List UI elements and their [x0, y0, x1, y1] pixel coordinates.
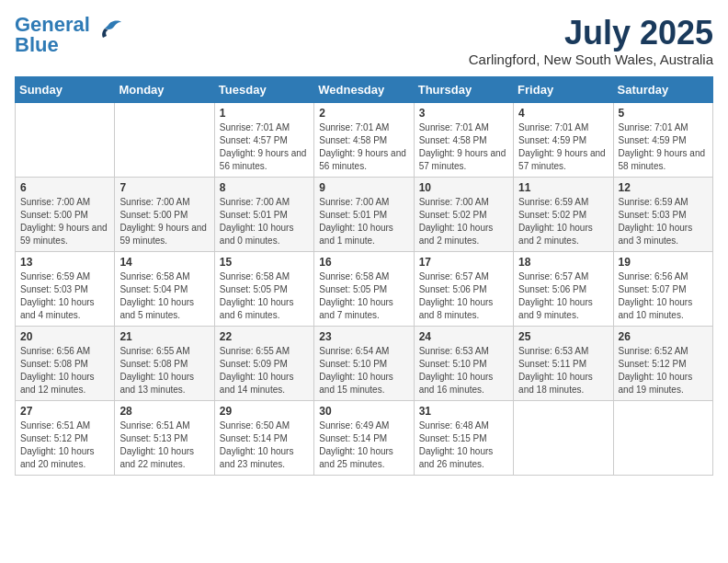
- calendar-cell: 3Sunrise: 7:01 AMSunset: 4:58 PMDaylight…: [414, 102, 513, 177]
- day-number: 17: [419, 256, 508, 269]
- day-info: Sunrise: 6:55 AMSunset: 5:08 PMDaylight:…: [119, 345, 209, 396]
- calendar-cell: 1Sunrise: 7:01 AMSunset: 4:57 PMDaylight…: [214, 102, 313, 177]
- day-number: 7: [119, 181, 209, 194]
- calendar-cell: 14Sunrise: 6:58 AMSunset: 5:04 PMDayligh…: [115, 251, 214, 326]
- day-number: 23: [319, 330, 408, 343]
- calendar-cell: [514, 400, 613, 475]
- calendar-cell: 31Sunrise: 6:48 AMSunset: 5:15 PMDayligh…: [414, 400, 513, 475]
- calendar-cell: 27Sunrise: 6:51 AMSunset: 5:12 PMDayligh…: [16, 400, 115, 475]
- calendar-week-row: 1Sunrise: 7:01 AMSunset: 4:57 PMDaylight…: [16, 102, 713, 177]
- day-number: 10: [419, 181, 508, 194]
- calendar-cell: 28Sunrise: 6:51 AMSunset: 5:13 PMDayligh…: [115, 400, 214, 475]
- day-info: Sunrise: 6:59 AMSunset: 5:03 PMDaylight:…: [20, 270, 109, 322]
- day-number: 30: [319, 405, 408, 418]
- day-number: 21: [119, 330, 209, 343]
- weekday-header-sunday: Sunday: [16, 76, 115, 102]
- day-number: 25: [518, 330, 608, 343]
- calendar-cell: 15Sunrise: 6:58 AMSunset: 5:05 PMDayligh…: [214, 251, 313, 326]
- logo-text: General Blue: [15, 15, 90, 55]
- calendar-cell: 20Sunrise: 6:56 AMSunset: 5:08 PMDayligh…: [16, 326, 115, 400]
- day-info: Sunrise: 6:57 AMSunset: 5:06 PMDaylight:…: [419, 270, 508, 322]
- calendar-cell: 24Sunrise: 6:53 AMSunset: 5:10 PMDayligh…: [414, 326, 513, 400]
- calendar-cell: 7Sunrise: 7:00 AMSunset: 5:00 PMDaylight…: [115, 177, 214, 251]
- day-info: Sunrise: 6:52 AMSunset: 5:12 PMDaylight:…: [619, 345, 708, 396]
- day-info: Sunrise: 7:00 AMSunset: 5:01 PMDaylight:…: [220, 196, 309, 247]
- calendar-cell: 22Sunrise: 6:55 AMSunset: 5:09 PMDayligh…: [214, 326, 313, 400]
- weekday-header-friday: Friday: [514, 76, 613, 102]
- day-info: Sunrise: 7:01 AMSunset: 4:59 PMDaylight:…: [619, 121, 708, 173]
- calendar-week-row: 13Sunrise: 6:59 AMSunset: 5:03 PMDayligh…: [16, 251, 713, 326]
- calendar-cell: 19Sunrise: 6:56 AMSunset: 5:07 PMDayligh…: [613, 251, 712, 326]
- weekday-header-thursday: Thursday: [414, 76, 513, 102]
- day-number: 16: [319, 256, 408, 269]
- day-info: Sunrise: 6:55 AMSunset: 5:09 PMDaylight:…: [220, 345, 309, 396]
- day-info: Sunrise: 6:58 AMSunset: 5:05 PMDaylight:…: [220, 270, 309, 322]
- day-number: 15: [220, 256, 309, 269]
- day-number: 3: [419, 107, 508, 120]
- calendar-cell: 25Sunrise: 6:53 AMSunset: 5:11 PMDayligh…: [514, 326, 613, 400]
- calendar-cell: 13Sunrise: 6:59 AMSunset: 5:03 PMDayligh…: [16, 251, 115, 326]
- month-title: July 2025: [469, 15, 713, 52]
- day-number: 11: [518, 181, 608, 194]
- logo-bird-icon: [94, 17, 123, 43]
- day-info: Sunrise: 7:01 AMSunset: 4:58 PMDaylight:…: [419, 121, 508, 173]
- day-number: 1: [220, 107, 309, 120]
- day-info: Sunrise: 6:59 AMSunset: 5:03 PMDaylight:…: [619, 196, 708, 247]
- calendar-cell: 26Sunrise: 6:52 AMSunset: 5:12 PMDayligh…: [613, 326, 712, 400]
- day-info: Sunrise: 7:00 AMSunset: 5:00 PMDaylight:…: [20, 196, 109, 247]
- calendar-week-row: 27Sunrise: 6:51 AMSunset: 5:12 PMDayligh…: [16, 400, 713, 475]
- day-number: 29: [220, 405, 309, 418]
- day-number: 4: [518, 107, 608, 120]
- calendar-cell: 17Sunrise: 6:57 AMSunset: 5:06 PMDayligh…: [414, 251, 513, 326]
- day-number: 27: [20, 405, 109, 418]
- day-number: 13: [20, 256, 109, 269]
- day-number: 18: [518, 256, 608, 269]
- page-header: General Blue July 2025 Carlingford, New …: [15, 15, 713, 67]
- day-info: Sunrise: 6:58 AMSunset: 5:05 PMDaylight:…: [319, 270, 408, 322]
- day-info: Sunrise: 6:49 AMSunset: 5:14 PMDaylight:…: [319, 419, 408, 471]
- day-info: Sunrise: 7:00 AMSunset: 5:00 PMDaylight:…: [119, 196, 209, 247]
- location-subtitle: Carlingford, New South Wales, Australia: [469, 52, 713, 67]
- day-info: Sunrise: 7:00 AMSunset: 5:02 PMDaylight:…: [419, 196, 508, 247]
- day-number: 31: [419, 405, 508, 418]
- day-info: Sunrise: 6:58 AMSunset: 5:04 PMDaylight:…: [119, 270, 209, 322]
- calendar-cell: 21Sunrise: 6:55 AMSunset: 5:08 PMDayligh…: [115, 326, 214, 400]
- day-info: Sunrise: 7:01 AMSunset: 4:57 PMDaylight:…: [220, 121, 309, 173]
- calendar-table: SundayMondayTuesdayWednesdayThursdayFrid…: [15, 76, 713, 476]
- calendar-cell: 10Sunrise: 7:00 AMSunset: 5:02 PMDayligh…: [414, 177, 513, 251]
- day-number: 22: [220, 330, 309, 343]
- day-info: Sunrise: 6:51 AMSunset: 5:12 PMDaylight:…: [20, 419, 109, 471]
- calendar-cell: 16Sunrise: 6:58 AMSunset: 5:05 PMDayligh…: [314, 251, 414, 326]
- calendar-header-row: SundayMondayTuesdayWednesdayThursdayFrid…: [16, 76, 713, 102]
- calendar-cell: 5Sunrise: 7:01 AMSunset: 4:59 PMDaylight…: [613, 102, 712, 177]
- weekday-header-saturday: Saturday: [613, 76, 712, 102]
- day-info: Sunrise: 6:53 AMSunset: 5:10 PMDaylight:…: [419, 345, 508, 396]
- day-number: 24: [419, 330, 508, 343]
- calendar-cell: 30Sunrise: 6:49 AMSunset: 5:14 PMDayligh…: [314, 400, 414, 475]
- logo: General Blue: [15, 15, 123, 55]
- day-number: 28: [119, 405, 209, 418]
- calendar-cell: 18Sunrise: 6:57 AMSunset: 5:06 PMDayligh…: [514, 251, 613, 326]
- day-number: 26: [619, 330, 708, 343]
- calendar-week-row: 20Sunrise: 6:56 AMSunset: 5:08 PMDayligh…: [16, 326, 713, 400]
- day-number: 14: [119, 256, 209, 269]
- day-number: 8: [220, 181, 309, 194]
- day-info: Sunrise: 6:54 AMSunset: 5:10 PMDaylight:…: [319, 345, 408, 396]
- calendar-cell: 2Sunrise: 7:01 AMSunset: 4:58 PMDaylight…: [314, 102, 414, 177]
- calendar-cell: [115, 102, 214, 177]
- day-number: 19: [619, 256, 708, 269]
- calendar-cell: [613, 400, 712, 475]
- title-block: July 2025 Carlingford, New South Wales, …: [469, 15, 713, 67]
- day-info: Sunrise: 7:00 AMSunset: 5:01 PMDaylight:…: [319, 196, 408, 247]
- day-number: 9: [319, 181, 408, 194]
- day-number: 20: [20, 330, 109, 343]
- weekday-header-wednesday: Wednesday: [314, 76, 414, 102]
- day-info: Sunrise: 6:56 AMSunset: 5:07 PMDaylight:…: [619, 270, 708, 322]
- day-number: 12: [619, 181, 708, 194]
- day-info: Sunrise: 6:56 AMSunset: 5:08 PMDaylight:…: [20, 345, 109, 396]
- calendar-cell: 6Sunrise: 7:00 AMSunset: 5:00 PMDaylight…: [16, 177, 115, 251]
- calendar-cell: [16, 102, 115, 177]
- day-info: Sunrise: 7:01 AMSunset: 4:58 PMDaylight:…: [319, 121, 408, 173]
- day-info: Sunrise: 6:51 AMSunset: 5:13 PMDaylight:…: [119, 419, 209, 471]
- day-number: 2: [319, 107, 408, 120]
